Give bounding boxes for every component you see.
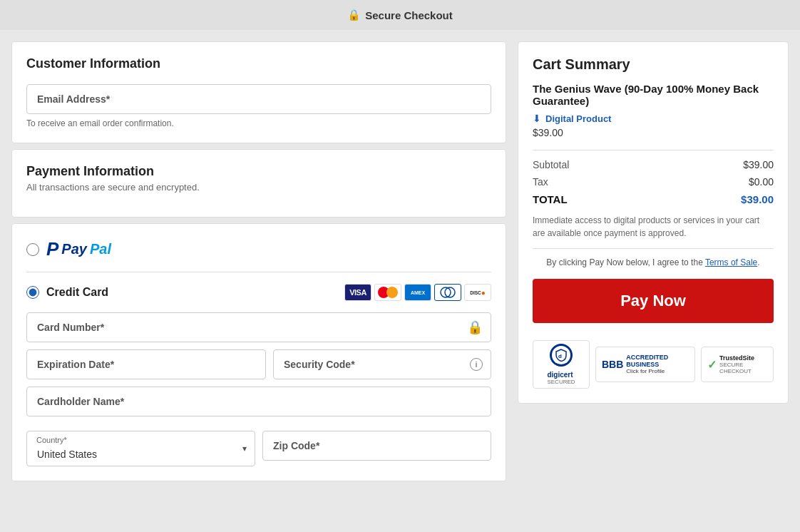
terms-of-sale-link[interactable]: Terms of Sale xyxy=(705,257,757,267)
bbb-badge: BBB ACCREDITED BUSINESS Click for Profil… xyxy=(595,347,695,382)
expiration-security-row: i xyxy=(26,349,491,379)
card-number-input[interactable] xyxy=(26,312,491,342)
access-note: Immediate access to digital products or … xyxy=(533,214,774,240)
credit-card-radio[interactable] xyxy=(26,286,39,299)
card-number-row: 🔒 xyxy=(26,312,491,342)
paypal-row: P PayPal xyxy=(26,238,491,272)
subtotal-value: $39.00 xyxy=(743,159,774,170)
country-select-wrapper: Country* United States ▾ xyxy=(26,431,255,466)
digicert-badge: d digicert SECURED xyxy=(533,340,590,389)
credit-card-left: Credit Card xyxy=(26,286,108,299)
tax-value: $0.00 xyxy=(749,176,774,188)
total-label: TOTAL xyxy=(533,193,568,205)
trusted-text-block: TrustedSite SECURE CHECKOUT xyxy=(719,354,767,374)
paypal-radio[interactable] xyxy=(26,243,39,256)
digicert-sub: SECURED xyxy=(547,379,575,385)
product-price: $39.00 xyxy=(533,127,774,138)
mastercard-icon xyxy=(374,284,401,301)
trustedsite-sub: SECURE CHECKOUT xyxy=(719,362,767,374)
zip-code-input[interactable] xyxy=(262,431,491,461)
card-lock-icon: 🔒 xyxy=(467,319,483,335)
paypal-pay: Pay xyxy=(61,241,87,257)
divider-2 xyxy=(533,248,774,249)
subtotal-label: Subtotal xyxy=(533,159,569,170)
trust-badges: d digicert SECURED BBB ACCREDITED BUSINE… xyxy=(533,340,774,389)
paypal-logo: P PayPal xyxy=(46,238,111,260)
download-icon: ⬇ xyxy=(533,113,541,124)
bbb-logo: BBB xyxy=(602,359,623,370)
product-title: The Genius Wave (90-Day 100% Money Back … xyxy=(533,83,774,107)
security-wrapper: i xyxy=(273,349,491,379)
zip-wrapper xyxy=(262,431,491,466)
bbb-text-block: ACCREDITED BUSINESS Click for Profile xyxy=(626,354,689,375)
total-value: $39.00 xyxy=(741,193,774,205)
digital-product-label: Digital Product xyxy=(545,113,611,124)
pay-now-button[interactable]: Pay Now xyxy=(533,279,774,323)
credit-card-row: Credit Card VISA AMEX xyxy=(26,284,491,301)
email-input[interactable] xyxy=(26,84,491,114)
paypal-p-icon: P xyxy=(46,238,58,260)
payment-info-subtitle: All transactions are secure and encrypte… xyxy=(26,182,491,193)
cart-summary-card: Cart Summary The Genius Wave (90-Day 100… xyxy=(518,41,789,404)
diners-icon xyxy=(434,284,461,301)
bbb-inner: BBB ACCREDITED BUSINESS Click for Profil… xyxy=(602,354,689,375)
digicert-shield-icon: d xyxy=(550,344,573,367)
payment-info-section: Payment Information All transactions are… xyxy=(11,149,506,218)
terms-text: By clicking Pay Now below, I agree to th… xyxy=(546,257,705,267)
main-content: Customer Information To receive an email… xyxy=(0,30,800,532)
header-title: Secure Checkout xyxy=(365,9,453,21)
lock-icon: 🔒 xyxy=(347,9,361,21)
amex-icon: AMEX xyxy=(404,284,431,301)
bbb-click: Click for Profile xyxy=(626,368,689,375)
right-panel: Cart Summary The Genius Wave (90-Day 100… xyxy=(518,41,789,521)
visa-icon: VISA xyxy=(344,284,371,301)
tax-row: Tax $0.00 xyxy=(533,176,774,188)
customer-info-section: Customer Information To receive an email… xyxy=(11,41,506,143)
left-panel: Customer Information To receive an email… xyxy=(11,41,506,521)
subtotal-row: Subtotal $39.00 xyxy=(533,159,774,170)
terms-end: . xyxy=(757,257,759,267)
customer-info-title: Customer Information xyxy=(26,56,491,71)
digital-product-row: ⬇ Digital Product xyxy=(533,113,774,124)
digicert-name: digicert xyxy=(547,371,575,379)
svg-text:d: d xyxy=(558,353,562,359)
cardholder-name-input[interactable] xyxy=(26,387,491,416)
security-code-input[interactable] xyxy=(273,349,491,379)
digicert-text-block: digicert SECURED xyxy=(547,371,575,385)
payment-info-title: Payment Information xyxy=(26,164,491,179)
trusted-checkmark-icon: ✓ xyxy=(707,358,717,372)
total-row: TOTAL $39.00 xyxy=(533,193,774,205)
credit-card-label: Credit Card xyxy=(46,286,108,299)
security-info-icon[interactable]: i xyxy=(470,358,483,371)
country-label: Country* xyxy=(36,436,67,444)
expiration-input[interactable] xyxy=(26,349,266,379)
cart-summary-title: Cart Summary xyxy=(533,56,774,73)
trusted-inner: ✓ TrustedSite SECURE CHECKOUT xyxy=(707,354,767,374)
trustedsite-label: TrustedSite xyxy=(719,354,767,362)
discover-icon: DISC● xyxy=(464,284,491,301)
card-icons: VISA AMEX xyxy=(344,284,491,301)
email-hint: To receive an email order confirmation. xyxy=(26,118,491,128)
secure-checkout-header: 🔒 Secure Checkout xyxy=(0,0,800,30)
tax-label: Tax xyxy=(533,176,548,188)
trustedsite-badge: ✓ TrustedSite SECURE CHECKOUT xyxy=(701,347,774,382)
paypal-pal: Pal xyxy=(90,241,111,257)
bbb-accredited: ACCREDITED BUSINESS xyxy=(626,354,689,368)
payment-methods-section: P PayPal Credit Card VISA xyxy=(11,223,506,481)
divider-1 xyxy=(533,150,774,150)
country-zip-row: Country* United States ▾ xyxy=(26,431,491,466)
terms-row: By clicking Pay Now below, I agree to th… xyxy=(533,257,774,267)
